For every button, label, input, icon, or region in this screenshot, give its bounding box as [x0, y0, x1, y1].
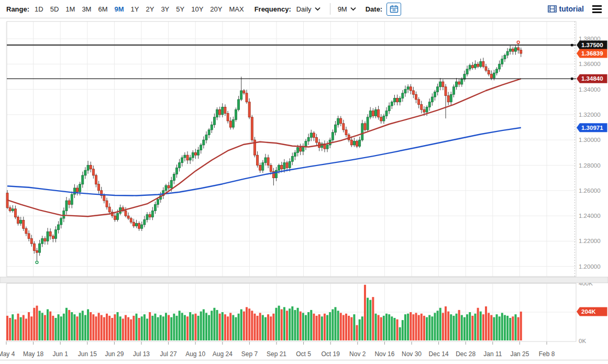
- chart-canvas[interactable]: May 4May 18Jun 1Jun 15Jun 29Jul 13Jul 27…: [0, 18, 608, 363]
- date-axis[interactable]: May 4May 18Jun 1Jun 15Jun 29Jul 13Jul 27…: [0, 341, 555, 358]
- tutorial-label: tutorial: [559, 5, 584, 13]
- svg-text:Dec 14: Dec 14: [429, 350, 449, 358]
- sma-blue-line: [7, 128, 521, 196]
- calendar-button[interactable]: [386, 3, 401, 16]
- pane-splitter[interactable]: [0, 277, 608, 283]
- range-option-1d[interactable]: 1D: [35, 5, 43, 13]
- svg-text:Jul 27: Jul 27: [160, 350, 177, 358]
- toolbar-right: tutorial: [548, 5, 602, 13]
- svg-text:1.36000: 1.36000: [579, 61, 601, 67]
- grid: [6, 21, 576, 341]
- range-label: Range:: [6, 5, 29, 13]
- svg-text:Jun 29: Jun 29: [105, 350, 124, 358]
- frequency-value: Daily: [296, 5, 312, 13]
- range-option-20y[interactable]: 20Y: [210, 5, 222, 13]
- svg-text:1.34840: 1.34840: [581, 75, 603, 82]
- svg-text:Oct 5: Oct 5: [296, 350, 311, 358]
- svg-text:Jun 1: Jun 1: [53, 350, 69, 358]
- price-flag-1.34840: 1.34840: [577, 74, 607, 83]
- range-option-3y[interactable]: 3Y: [161, 5, 169, 13]
- svg-text:204K: 204K: [581, 308, 596, 315]
- frequency-label: Frequency:: [255, 5, 291, 13]
- volume-flag: 204K: [577, 307, 607, 316]
- period-select[interactable]: 9M: [338, 5, 358, 13]
- hamburger-menu-icon[interactable]: [592, 5, 602, 13]
- svg-text:1.34000: 1.34000: [579, 86, 601, 93]
- range-option-5y[interactable]: 5Y: [176, 5, 184, 13]
- date-label: Date:: [366, 5, 383, 13]
- price-axis[interactable]: 1.380001.360001.340001.320001.300001.280…: [579, 36, 601, 270]
- low-marker: [36, 261, 38, 264]
- range-option-6m[interactable]: 6M: [98, 5, 107, 13]
- svg-text:1.30000: 1.30000: [579, 137, 601, 143]
- toolbar: Range: 1D 5D 1M 3M 6M 9M 1Y 2Y 3Y 5Y 10Y…: [0, 0, 608, 18]
- range-option-1y[interactable]: 1Y: [131, 5, 139, 13]
- range-option-2y[interactable]: 2Y: [146, 5, 154, 13]
- svg-text:Oct 19: Oct 19: [322, 350, 340, 358]
- price-flag-1.30971: 1.30971: [577, 123, 607, 132]
- sma-red-line: [7, 79, 521, 216]
- svg-text:Jun 15: Jun 15: [78, 350, 97, 358]
- svg-text:Jul 13: Jul 13: [133, 350, 150, 358]
- range-option-9m-active[interactable]: 9M: [115, 5, 124, 13]
- svg-text:Nov 2: Nov 2: [349, 350, 366, 358]
- svg-text:1.32000: 1.32000: [579, 112, 601, 118]
- svg-text:1.26000: 1.26000: [579, 187, 601, 194]
- calendar-icon: [390, 5, 399, 13]
- frequency-select[interactable]: Frequency: Daily: [255, 5, 323, 13]
- svg-text:0K: 0K: [579, 338, 586, 344]
- range-option-5d[interactable]: 5D: [50, 5, 59, 13]
- svg-text:Nov 16: Nov 16: [374, 350, 394, 358]
- film-icon: [548, 5, 557, 13]
- range-option-10y[interactable]: 10Y: [191, 5, 203, 13]
- svg-text:Jan 25: Jan 25: [510, 350, 529, 358]
- plot-borders: [7, 21, 576, 341]
- svg-text:1.24000: 1.24000: [579, 213, 601, 219]
- svg-text:May 4: May 4: [0, 350, 15, 358]
- tutorial-link[interactable]: tutorial: [548, 5, 584, 13]
- svg-text:1.28000: 1.28000: [579, 162, 601, 169]
- svg-text:May 18: May 18: [23, 350, 44, 358]
- range-option-1m[interactable]: 1M: [65, 5, 75, 13]
- date-picker-group: Date:: [358, 3, 402, 16]
- range-option-max[interactable]: MAX: [229, 5, 244, 13]
- range-options: 1D 5D 1M 3M 6M 9M 1Y 2Y 3Y 5Y 10Y 20Y MA…: [35, 5, 244, 13]
- price-flag-1.36839: 1.36839: [577, 49, 607, 58]
- period-value: 9M: [338, 5, 347, 13]
- chevron-down-icon: [315, 7, 320, 11]
- price-flag-1.37500: 1.37500: [577, 41, 607, 50]
- candlestick-series[interactable]: [6, 43, 522, 260]
- svg-text:Dec 28: Dec 28: [456, 350, 476, 358]
- svg-text:Aug 24: Aug 24: [213, 350, 233, 358]
- toolbar-divider: [330, 3, 330, 15]
- svg-text:Nov 30: Nov 30: [402, 350, 422, 358]
- horizontal-line-1.375[interactable]: [7, 44, 576, 47]
- svg-text:1.22000: 1.22000: [579, 238, 601, 244]
- high-alert-marker: [517, 41, 519, 43]
- volume-series[interactable]: [6, 285, 522, 340]
- svg-text:Jan 11: Jan 11: [483, 350, 502, 358]
- svg-text:Aug 10: Aug 10: [185, 350, 205, 358]
- svg-text:1.37500: 1.37500: [581, 42, 603, 48]
- svg-text:1.36839: 1.36839: [581, 50, 603, 57]
- svg-text:Sep 21: Sep 21: [267, 350, 286, 358]
- chevron-down-icon: [350, 7, 356, 11]
- svg-text:1.20000: 1.20000: [579, 263, 601, 270]
- range-option-3m[interactable]: 3M: [82, 5, 91, 13]
- svg-text:1.30971: 1.30971: [581, 125, 603, 131]
- svg-text:Feb 8: Feb 8: [539, 350, 555, 358]
- svg-text:Sep 7: Sep 7: [241, 350, 258, 358]
